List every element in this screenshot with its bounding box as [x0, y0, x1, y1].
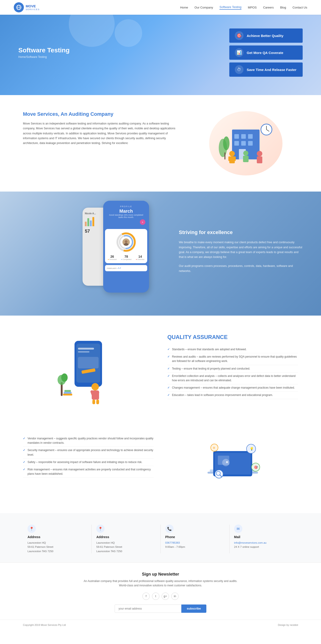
footer-col-address1: 📍 Address Launceston HQ59-61 Paterson St… — [23, 524, 92, 553]
phone-month: March — [107, 208, 145, 214]
about-illustration — [209, 111, 283, 176]
svg-rect-7 — [234, 141, 239, 146]
hero-badge-1: 🎯 Achieve Better Quality — [229, 28, 303, 43]
about-title-colored: Auditing Company — [69, 111, 114, 117]
svg-point-37 — [92, 383, 99, 390]
footer-newsletter: Sign up Newsletter An Australian company… — [0, 562, 321, 620]
svg-rect-24 — [257, 156, 262, 163]
striving-para1: We breathe to make every moment making o… — [179, 240, 303, 260]
subscribe-button[interactable]: subscribe — [181, 604, 206, 613]
navbar: MOVE SERVICES Home Our Company Software … — [0, 0, 321, 15]
qa-section: QUALITY ASSURANCE Standards – ensure tha… — [0, 316, 321, 426]
svg-rect-13 — [224, 152, 225, 160]
nav-links: Home Our Company Software Testing MPOS C… — [180, 5, 307, 10]
svg-rect-9 — [248, 141, 253, 146]
svg-rect-4 — [234, 134, 239, 139]
phone-mockup: Nicole A... 57 PROFILE March Good standi… — [83, 201, 165, 306]
svg-rect-8 — [241, 141, 246, 146]
badge-icon-1: 🎯 — [235, 31, 244, 40]
svg-point-21 — [243, 151, 248, 156]
svg-rect-35 — [78, 357, 99, 368]
phone-header: PROFILE March Good standing! 23% more co… — [103, 201, 149, 227]
svg-rect-47 — [64, 392, 72, 394]
hero-breadcrumb: Home/Home/Software TestingSoftware Testi… — [18, 55, 229, 58]
footer-mail-icon: ✉ — [234, 524, 242, 533]
nav-careers[interactable]: Careers — [263, 6, 274, 9]
footer-phone-number[interactable]: 0367785383 — [165, 541, 180, 544]
social-icons: f t g+ in — [23, 592, 298, 600]
badge-icon-2: 📊 — [235, 48, 244, 57]
footer-col-title-3: Phone — [165, 535, 225, 539]
svg-text:💡: 💡 — [250, 447, 254, 451]
logo-icon — [14, 2, 24, 12]
svg-rect-19 — [228, 156, 230, 161]
nav-mpos[interactable]: MPOS — [248, 6, 257, 9]
qa2-item-2: Security management – ensures use of app… — [23, 447, 154, 458]
footer-col-text-3: 0367785383 9:00am - 7:00pm — [165, 541, 225, 549]
svg-rect-20 — [234, 156, 236, 161]
footer-col-text-2: Launceston HQ59-61 Paterson StreetLaunce… — [96, 541, 156, 553]
logo-text: MOVE — [26, 4, 40, 8]
striving-right: Striving for excellence We breathe to ma… — [165, 192, 321, 316]
footer-col-title-4: Mail — [234, 535, 294, 539]
qa-section-2: Vendor management – suggests specific qu… — [0, 426, 321, 513]
striving-section: Nicole A... 57 PROFILE March Good standi… — [0, 192, 321, 316]
qa-item-1: Standards – ensure that standards are ad… — [167, 346, 298, 353]
about-section: Move Services, An Auditing Company Move … — [0, 95, 321, 192]
footer-col-title-2: Address — [96, 535, 156, 539]
badge-icon-3: ⏱ — [235, 65, 244, 74]
qa-item-4: Error/defect collection and analysis – c… — [167, 372, 298, 384]
qa2-item-1: Vendor management – suggests specific qu… — [23, 435, 154, 447]
qa2-item-4: Risk management – ensures risk managemen… — [23, 466, 154, 478]
footer-bottom: Copyright 2019 Move Services Pty Ltd Des… — [0, 620, 321, 630]
qa-list: Standards – ensure that standards are ad… — [167, 346, 298, 399]
nav-contact[interactable]: Contact Us — [293, 6, 307, 9]
phone-subtitle: Good standing! 23% more completed tasks … — [107, 214, 145, 218]
email-input[interactable] — [115, 604, 181, 613]
svg-point-54 — [222, 459, 229, 466]
footer-col-text-1: Launceston HQ59-61 Paterson StreetLaunce… — [27, 541, 87, 553]
footer-email[interactable]: info@moveservices.com.au — [234, 541, 266, 544]
nav-home[interactable]: Home — [180, 6, 188, 9]
qa-item-2: Reviews and audits – audits are reviews … — [167, 353, 298, 365]
svg-rect-34 — [78, 351, 89, 352]
svg-point-17 — [229, 151, 235, 156]
svg-rect-42 — [96, 400, 99, 404]
hero-badge-2: 📊 Get More QA Coverate — [229, 46, 303, 60]
hero-left: Software Testing Home/Home/Software Test… — [18, 46, 229, 58]
svg-rect-41 — [92, 400, 95, 404]
social-instagram[interactable]: in — [171, 592, 179, 600]
badge-text-2: Get More QA Coverate — [247, 51, 283, 55]
phone-main: PROFILE March Good standing! 23% more co… — [103, 201, 149, 292]
breadcrumb-home[interactable]: Home — [18, 55, 26, 58]
footer-col-address2: 📍 Address Launceston HQ59-61 Paterson St… — [92, 524, 160, 553]
svg-point-55 — [226, 461, 228, 463]
footer-col-mail: ✉ Mail info@moveservices.com.au 24 X 7 o… — [229, 524, 298, 553]
about-left: Move Services, An Auditing Company Move … — [23, 111, 180, 146]
nav-our-company[interactable]: Our Company — [194, 6, 213, 9]
design-credit: Design by nextdot — [278, 624, 298, 626]
logo-area: MOVE SERVICES — [14, 2, 40, 12]
qa-item-5: Changes management – ensures that adequa… — [167, 384, 298, 392]
qa2-left: Vendor management – suggests specific qu… — [23, 435, 154, 478]
badge-text-3: Save Time And Release Faster — [247, 68, 297, 72]
qa-illustration-wrap — [23, 334, 154, 408]
qa-item-3: Testing – ensure that testing id properl… — [167, 365, 298, 372]
qa2-illustration-wrap: 💡 ⚙ 🎯 — [167, 435, 298, 495]
svg-text:⚙: ⚙ — [213, 446, 215, 450]
social-twitter[interactable]: t — [152, 592, 159, 600]
qa-list-2: Vendor management – suggests specific qu… — [23, 435, 154, 478]
qa-item-6: Education – takes lead in software proce… — [167, 392, 298, 399]
copyright: Copyright 2019 Move Services Pty Ltd — [23, 624, 66, 626]
social-googleplus[interactable]: g+ — [162, 592, 169, 600]
nav-blog[interactable]: Blog — [280, 6, 286, 9]
social-facebook[interactable]: f — [142, 592, 150, 600]
footer-phone-icon: 📞 — [165, 524, 173, 533]
svg-point-12 — [223, 136, 229, 150]
qa-title-colored: ASSURANCE — [193, 334, 228, 340]
nav-software-testing[interactable]: Software Testing — [219, 5, 241, 10]
badge-text-1: Achieve Better Quality — [247, 34, 283, 38]
footer-top: 📍 Address Launceston HQ59-61 Paterson St… — [0, 513, 321, 562]
about-right — [193, 111, 298, 176]
about-title: Move Services, An Auditing Company — [23, 111, 180, 117]
